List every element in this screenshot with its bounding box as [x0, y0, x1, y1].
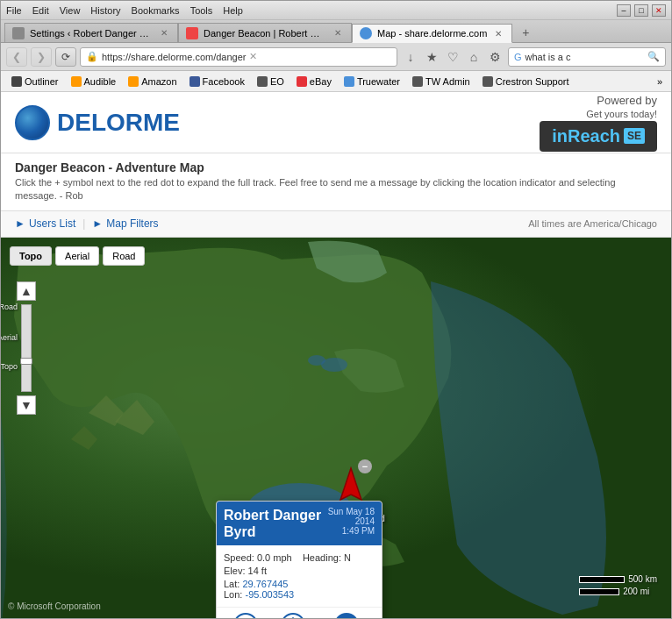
- popup-lat-label: Lat:: [224, 579, 239, 589]
- bookmark-facebook[interactable]: Facebook: [184, 75, 250, 89]
- bookmark-star-icon[interactable]: ★: [422, 47, 441, 67]
- zoom-in-button[interactable]: ▲: [17, 281, 36, 301]
- home-icon[interactable]: ⌂: [464, 47, 483, 67]
- tab-map[interactable]: Map - share.delorme.com ✕: [352, 24, 512, 43]
- tab-close-map[interactable]: ✕: [492, 27, 504, 39]
- refresh-button[interactable]: ⟳: [55, 47, 76, 67]
- address-bar: ❮ ❯ ⟳ 🔒 https://share.delorme.com/danger…: [1, 43, 671, 71]
- url-text: https://share.delorme.com/danger: [102, 52, 246, 62]
- minimize-button[interactable]: –: [617, 4, 631, 17]
- delorme-globe-icon: [15, 105, 50, 140]
- delorme-logo: DELORME: [15, 105, 180, 140]
- popup-actions: Track ✦ Locate Message: [217, 607, 382, 618]
- search-box[interactable]: G what is a c 🔍: [508, 47, 666, 67]
- zoom-slider-track[interactable]: [21, 304, 32, 392]
- popup-header: Robert Danger Byrd Sun May 18 2014 1:49 …: [217, 502, 382, 545]
- bookmark-amazon[interactable]: Amazon: [123, 75, 182, 89]
- toolbar-icons: ↓ ★ ♡ ⌂ ⚙: [401, 47, 504, 67]
- page-content: DELORME Powered by Get yours today! inRe…: [1, 92, 671, 618]
- popup-user-name: Robert Danger Byrd: [224, 507, 323, 540]
- inreach-badge[interactable]: inReach SE: [540, 121, 657, 152]
- tab-label-map: Map - share.delorme.com: [377, 28, 487, 39]
- map-type-topo[interactable]: Topo: [10, 246, 52, 266]
- tab-danger-beacon[interactable]: Danger Beacon | Robert Danger... ✕: [178, 23, 352, 42]
- tab-bar: Settings ‹ Robert Danger Byrd's... ✕ Dan…: [1, 20, 671, 43]
- settings-icon[interactable]: ⚙: [485, 47, 504, 67]
- bookmarks-icon[interactable]: ♡: [443, 47, 462, 67]
- delorme-header: DELORME Powered by Get yours today! inRe…: [1, 92, 671, 153]
- menu-edit[interactable]: Edit: [32, 5, 49, 16]
- bookmark-favicon-outliner: [11, 76, 22, 87]
- menu-bookmarks[interactable]: Bookmarks: [132, 5, 180, 16]
- close-button[interactable]: ✕: [652, 4, 666, 17]
- bookmark-truewater[interactable]: Truewater: [339, 75, 405, 89]
- track-icon: [233, 613, 258, 618]
- popup-action-message[interactable]: Message: [328, 613, 365, 618]
- popup-action-track[interactable]: Track: [233, 613, 258, 618]
- scale-km-label: 500 km: [628, 574, 657, 584]
- popup-card: Robert Danger Byrd Sun May 18 2014 1:49 …: [216, 501, 382, 618]
- new-tab-button[interactable]: +: [516, 23, 535, 42]
- zoom-slider-thumb[interactable]: [20, 358, 32, 365]
- zoom-controls: ▲ Road Aerial Topo ▼: [17, 281, 36, 415]
- zoom-out-button[interactable]: ▼: [17, 395, 36, 415]
- menu-history[interactable]: History: [90, 5, 120, 16]
- bookmark-eo[interactable]: EO: [252, 75, 290, 89]
- popup-heading-label: Heading:: [303, 552, 341, 563]
- tab-favicon-danger: [186, 27, 198, 39]
- popup-lon-value[interactable]: -95.003543: [245, 589, 294, 600]
- bookmark-outliner[interactable]: Outliner: [6, 75, 64, 89]
- maximize-button[interactable]: □: [634, 4, 648, 17]
- tab-label-settings: Settings ‹ Robert Danger Byrd's...: [30, 28, 153, 39]
- forward-button[interactable]: ❯: [31, 47, 52, 67]
- menu-help[interactable]: Help: [223, 5, 243, 16]
- bookmark-crestron[interactable]: Crestron Support: [477, 75, 575, 89]
- scale-bar: 500 km 200 mi: [579, 574, 657, 596]
- inreach-label: inReach: [552, 126, 620, 146]
- marker-remove-button[interactable]: −: [358, 459, 372, 473]
- tab-favicon-settings: [12, 27, 25, 39]
- download-icon[interactable]: ↓: [401, 47, 420, 67]
- title-bar: File Edit View History Bookmarks Tools H…: [1, 1, 671, 20]
- users-list-link[interactable]: ► Users List: [15, 217, 75, 230]
- map-copyright: © Microsoft Corporation: [8, 601, 101, 611]
- url-bar[interactable]: 🔒 https://share.delorme.com/danger ✕: [80, 47, 397, 67]
- search-text: what is a c: [525, 52, 644, 62]
- bookmark-twadmin[interactable]: TW Admin: [407, 75, 475, 89]
- popup-lat-value[interactable]: 29.767445: [242, 579, 288, 589]
- tab-favicon-map: [360, 27, 372, 39]
- bookmarks-more-button[interactable]: »: [654, 75, 666, 89]
- bookmark-favicon-audible: [71, 76, 82, 87]
- bookmark-favicon-facebook: [189, 76, 200, 87]
- tab-settings[interactable]: Settings ‹ Robert Danger Byrd's... ✕: [4, 23, 178, 42]
- popup-elevation: Elev: 14 ft: [224, 566, 375, 576]
- page-title: Danger Beacon - Adventure Map: [15, 160, 657, 174]
- menu-file[interactable]: File: [6, 5, 22, 16]
- popup-speed-label: Speed:: [224, 552, 254, 563]
- scale-mi-label: 200 mi: [623, 587, 649, 596]
- map-type-road[interactable]: Road: [103, 246, 145, 266]
- popup-lon[interactable]: Lon: -95.003543: [224, 589, 375, 600]
- tab-close-settings[interactable]: ✕: [158, 27, 170, 39]
- bookmark-favicon-ebay: [297, 76, 307, 87]
- message-icon: [334, 613, 359, 618]
- popup-elev-label: Elev:: [224, 566, 245, 576]
- delorme-logo-text: DELORME: [57, 109, 180, 137]
- zoom-slider-container: Road Aerial Topo: [21, 302, 32, 394]
- tab-close-danger[interactable]: ✕: [332, 27, 344, 39]
- popup-heading-value: N: [344, 552, 351, 563]
- bookmark-ebay[interactable]: eBay: [291, 75, 337, 89]
- popup-action-locate[interactable]: ✦ Locate: [280, 613, 306, 618]
- map-area[interactable]: Topo Aerial Road ▲ Road Aerial Topo ▼: [1, 238, 671, 618]
- popup-coordinates: Lat: 29.767445 Lon: -95.003543: [224, 579, 375, 600]
- inreach-promo: Powered by Get yours today! inReach SE: [540, 94, 657, 152]
- menu-tools[interactable]: Tools: [190, 5, 213, 16]
- popup-lat[interactable]: Lat: 29.767445: [224, 579, 375, 589]
- back-button[interactable]: ❮: [6, 47, 27, 67]
- map-type-aerial[interactable]: Aerial: [55, 246, 99, 266]
- bookmark-audible[interactable]: Audible: [66, 75, 122, 89]
- zoom-label-aerial: Aerial: [1, 333, 18, 342]
- menu-view[interactable]: View: [60, 5, 81, 16]
- map-filters-link[interactable]: ► Map Filters: [92, 217, 158, 230]
- bookmark-favicon-amazon: [128, 76, 139, 87]
